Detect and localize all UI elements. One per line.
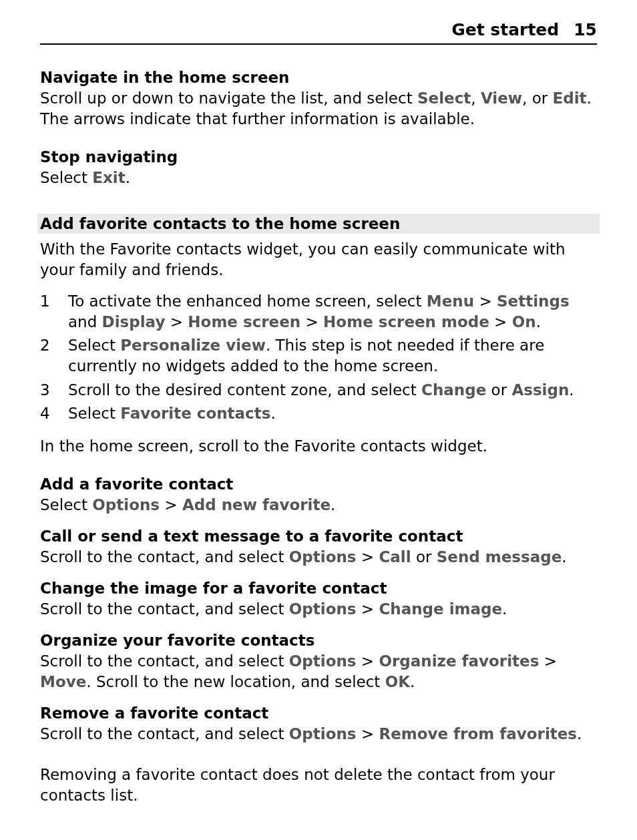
text: > (357, 725, 379, 743)
text: > (357, 548, 379, 566)
page-header: Get started 15 (40, 20, 597, 45)
text: To activate the enhanced home screen, se… (68, 292, 427, 310)
heading-change-image: Change the image for a favorite contact (40, 578, 597, 599)
text: > (165, 313, 188, 331)
text: Scroll to the contact, and select (40, 548, 289, 566)
heading-navigate-home: Navigate in the home screen (40, 67, 597, 88)
text: , or (522, 89, 552, 107)
text: or (486, 381, 511, 399)
keyword-options: Options (289, 652, 357, 670)
paragraph: Scroll to the contact, and select Option… (40, 547, 597, 568)
text: > (489, 313, 512, 331)
text: . (270, 405, 275, 422)
text: . (502, 600, 507, 618)
paragraph: Scroll to the contact, and select Option… (40, 724, 597, 745)
keyword-organize-favorites: Organize favorites (379, 652, 539, 670)
keyword-personalize-view: Personalize view (120, 337, 266, 354)
keyword-change: Change (421, 381, 486, 399)
keyword-options: Options (92, 496, 160, 513)
text: . (410, 673, 415, 690)
keyword-on: On (512, 313, 536, 331)
paragraph: Scroll to the contact, and select Option… (40, 651, 597, 692)
step-4: Select Favorite contacts. (40, 403, 597, 424)
text: Scroll to the contact, and select (40, 652, 289, 670)
section-add-favorite: Add a favorite contact Select Options > … (40, 474, 597, 515)
text: . (126, 169, 130, 186)
paragraph-remove-note: Removing a favorite contact does not del… (40, 765, 597, 806)
heading-call-send: Call or send a text message to a favorit… (40, 526, 597, 547)
text: or (411, 548, 437, 566)
keyword-call: Call (379, 548, 411, 566)
text: > (160, 496, 182, 513)
text: . Scroll to the new location, and select (86, 673, 385, 690)
heading-organize: Organize your favorite contacts (40, 630, 597, 651)
steps-list: To activate the enhanced home screen, se… (40, 291, 597, 423)
keyword-view: View (481, 89, 522, 107)
keyword-home-screen: Home screen (188, 313, 300, 331)
text: Select (40, 496, 92, 513)
keyword-display: Display (102, 313, 166, 331)
section-stop-navigating: Stop navigating Select Exit. (40, 147, 597, 188)
section-remove: Remove a favorite contact Scroll to the … (40, 703, 597, 745)
text: Select (68, 337, 120, 354)
keyword-assign: Assign (511, 381, 569, 399)
keyword-options: Options (289, 548, 357, 566)
paragraph: Select Options > Add new favorite. (40, 495, 597, 515)
keyword-change-image: Change image (379, 600, 502, 618)
step-1: To activate the enhanced home screen, se… (40, 291, 597, 333)
keyword-options: Options (289, 600, 357, 618)
text: Scroll up or down to navigate the list, … (40, 89, 417, 107)
keyword-move: Move (40, 673, 86, 690)
text: . (331, 496, 335, 513)
keyword-home-screen-mode: Home screen mode (323, 313, 489, 331)
paragraph: Select Exit. (40, 168, 597, 188)
paragraph: Scroll up or down to navigate the list, … (40, 88, 597, 130)
text: Scroll to the contact, and select (40, 725, 289, 743)
section-change-image: Change the image for a favorite contact … (40, 578, 597, 620)
text: > (539, 652, 557, 670)
header-section: Get started (451, 20, 559, 39)
keyword-favorite-contacts: Favorite contacts (120, 405, 270, 422)
section-navigate-home: Navigate in the home screen Scroll up or… (40, 67, 597, 130)
paragraph: Scroll to the contact, and select Option… (40, 599, 597, 620)
text: . (562, 548, 566, 566)
paragraph-fav-intro: With the Favorite contacts widget, you c… (40, 239, 597, 280)
keyword-ok: OK (385, 673, 410, 690)
text: Select (68, 405, 120, 422)
header-page-number: 15 (574, 20, 597, 39)
text: Scroll to the contact, and select (40, 600, 289, 618)
text: and (68, 313, 102, 331)
text: > (474, 292, 497, 310)
keyword-send-message: Send message (437, 548, 562, 566)
text: > (357, 652, 379, 670)
text: Scroll to the desired content zone, and … (68, 381, 421, 399)
keyword-settings: Settings (497, 292, 570, 310)
step-3: Scroll to the desired content zone, and … (40, 380, 597, 401)
page-root: Get started 15 Navigate in the home scre… (0, 0, 637, 840)
keyword-options: Options (289, 725, 357, 743)
keyword-add-new-favorite: Add new favorite (182, 496, 331, 513)
text: . (536, 313, 541, 331)
keyword-remove-from-favorites: Remove from favorites (379, 725, 577, 743)
section-heading-add-favorite-contacts: Add favorite contacts to the home screen (37, 214, 600, 234)
keyword-edit: Edit (553, 89, 587, 107)
text: > (300, 313, 323, 331)
paragraph-after-steps: In the home screen, scroll to the Favori… (40, 436, 597, 457)
keyword-select: Select (417, 89, 471, 107)
heading-stop-navigating: Stop navigating (40, 147, 597, 168)
section-organize: Organize your favorite contacts Scroll t… (40, 630, 597, 692)
text: . (577, 725, 582, 743)
section-call-send: Call or send a text message to a favorit… (40, 526, 597, 568)
text: . (569, 381, 574, 399)
keyword-menu: Menu (427, 292, 474, 310)
heading-remove: Remove a favorite contact (40, 703, 597, 724)
step-2: Select Personalize view. This step is no… (40, 335, 597, 377)
text: Select (40, 169, 92, 186)
text: , (471, 89, 481, 107)
heading-add-favorite: Add a favorite contact (40, 474, 597, 495)
text: > (357, 600, 379, 618)
keyword-exit: Exit (92, 169, 125, 186)
